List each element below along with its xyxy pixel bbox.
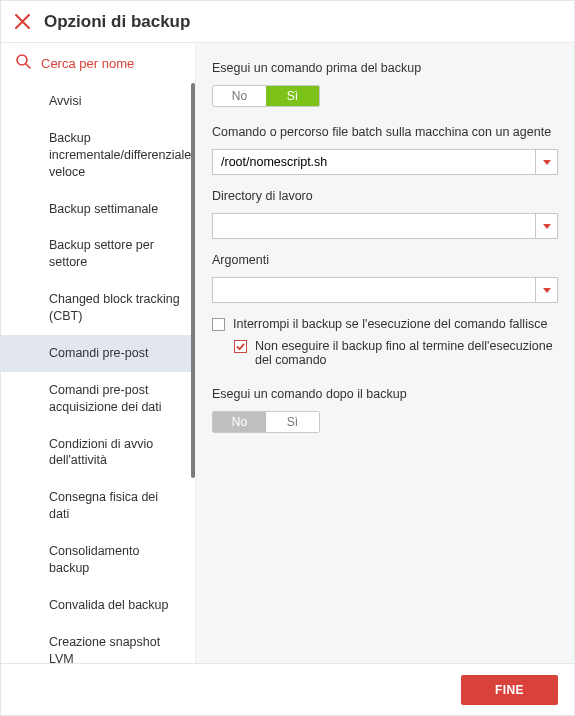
pre-toggle[interactable]: No Sì [212,85,320,107]
post-toggle[interactable]: No Sì [212,411,320,433]
wait-label: Non eseguire il backup fino al termine d… [255,339,558,367]
wait-checkbox[interactable] [234,340,247,353]
cmd-dropdown[interactable] [535,150,557,174]
sidebar-search[interactable]: Cerca per nome [1,43,195,83]
content-pane: Esegui un comando prima del backup No Sì… [196,43,574,663]
close-icon[interactable] [15,14,30,29]
svg-line-1 [26,64,30,68]
sidebar-item-avvisi[interactable]: Avvisi [1,83,195,120]
search-placeholder: Cerca per nome [41,56,134,71]
sidebar: Cerca per nome Avvisi Backup incremental… [1,43,196,663]
pre-heading: Esegui un comando prima del backup [212,61,558,75]
pre-toggle-yes[interactable]: Sì [266,86,319,106]
abort-checkbox[interactable] [212,318,225,331]
post-toggle-yes[interactable]: Sì [266,412,319,432]
wait-check-row[interactable]: Non eseguire il backup fino al termine d… [234,339,558,367]
sidebar-item-cbt[interactable]: Changed block tracking (CBT) [1,281,195,335]
sidebar-item-weekly[interactable]: Backup settimanale [1,191,195,228]
post-heading: Esegui un comando dopo il backup [212,387,558,401]
wd-label: Directory di lavoro [212,189,558,203]
sidebar-item-validation[interactable]: Convalida del backup [1,587,195,624]
sidebar-nav: Avvisi Backup incrementale/differenziale… [1,83,195,663]
args-label: Argomenti [212,253,558,267]
args-input[interactable] [213,278,535,302]
sidebar-item-start-conditions[interactable]: Condizioni di avvio dell'attività [1,426,195,480]
args-field[interactable] [212,277,558,303]
wd-field[interactable] [212,213,558,239]
dialog-header: Opzioni di backup [1,1,574,43]
sidebar-item-prepost-data[interactable]: Comandi pre-post acquisizione dei dati [1,372,195,426]
abort-check-row[interactable]: Interrompi il backup se l'esecuzione del… [212,317,558,331]
wd-dropdown[interactable] [535,214,557,238]
abort-label: Interrompi il backup se l'esecuzione del… [233,317,547,331]
done-button[interactable]: FINE [461,675,558,705]
post-toggle-no[interactable]: No [213,412,266,432]
sidebar-item-fast-incremental[interactable]: Backup incrementale/differenziale veloce [1,120,195,191]
sidebar-item-consolidation[interactable]: Consolidamento backup [1,533,195,587]
args-dropdown[interactable] [535,278,557,302]
pre-toggle-no[interactable]: No [213,86,266,106]
sidebar-item-shipping[interactable]: Consegna fisica dei dati [1,479,195,533]
cmd-field[interactable] [212,149,558,175]
sidebar-item-sector[interactable]: Backup settore per settore [1,227,195,281]
dialog-footer: FINE [1,663,574,715]
dialog-title: Opzioni di backup [44,12,190,32]
sidebar-item-prepost[interactable]: Comandi pre-post [1,335,195,372]
wd-input[interactable] [213,214,535,238]
cmd-label: Comando o percorso file batch sulla macc… [212,125,558,139]
sidebar-item-lvm[interactable]: Creazione snapshot LVM [1,624,195,663]
search-icon [15,53,31,73]
sidebar-scrollbar[interactable] [191,83,195,478]
cmd-input[interactable] [213,150,535,174]
